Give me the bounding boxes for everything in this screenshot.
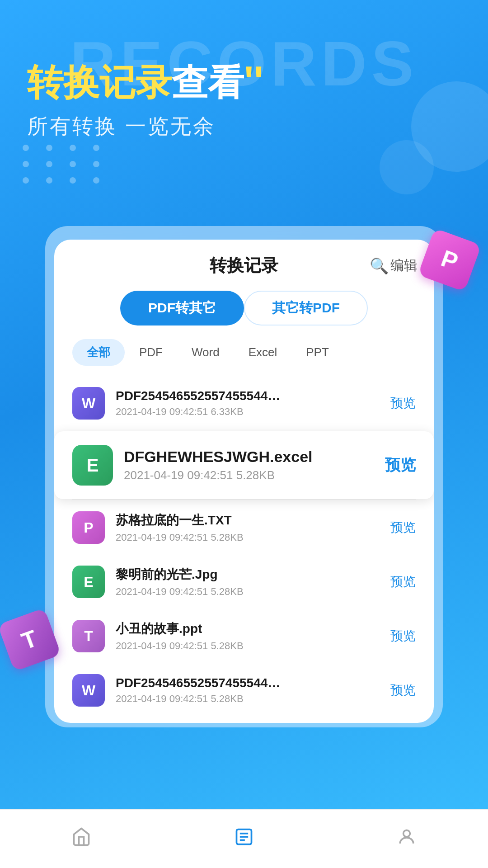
header-area: 转换记录查看'' 所有转换 一览无余 xyxy=(27,59,263,141)
file-info-4: 黎明前的光芒.Jpg 2021-04-19 09:42:51 5.28KB xyxy=(116,566,390,598)
dot-grid xyxy=(23,145,107,184)
filter-ppt[interactable]: PPT xyxy=(291,340,343,365)
filter-row: 全部 PDF Word Excel PPT xyxy=(54,335,434,375)
title-yellow: 转换记录 xyxy=(27,62,172,103)
file-item-4[interactable]: E 黎明前的光芒.Jpg 2021-04-19 09:42:51 5.28KB … xyxy=(59,556,429,608)
file-list: W PDF254546552557455544… 2021-04-19 09:4… xyxy=(54,377,434,717)
header-subtitle: 所有转换 一览无余 xyxy=(27,113,263,141)
card-title: 转换记录 xyxy=(210,254,278,277)
nav-profile[interactable] xyxy=(379,822,435,856)
preview-btn-5[interactable]: 预览 xyxy=(390,627,416,645)
file-meta-1: 2021-04-19 09:42:51 6.33KB xyxy=(116,406,390,418)
preview-btn-6[interactable]: 预览 xyxy=(390,682,416,699)
title-white: 查看 xyxy=(172,62,244,103)
file-name-5: 小丑的故事.ppt xyxy=(116,620,390,637)
preview-btn-4[interactable]: 预览 xyxy=(390,573,416,590)
file-info-1: PDF254546552557455544… 2021-04-19 09:42:… xyxy=(116,389,390,418)
deco-circle-2 xyxy=(380,140,434,194)
card-inner: 转换记录 🔍 编辑 PDF转其它 其它转PDF 全部 PDF Word Exce… xyxy=(54,240,434,723)
file-icon-word-6: W xyxy=(72,674,105,707)
quote-mark: '' xyxy=(244,58,263,104)
file-item-3[interactable]: P 苏格拉底的一生.TXT 2021-04-19 09:42:51 5.28KB… xyxy=(59,501,429,554)
file-meta-4: 2021-04-19 09:42:51 5.28KB xyxy=(116,586,390,598)
phone-card: 转换记录 🔍 编辑 PDF转其它 其它转PDF 全部 PDF Word Exce… xyxy=(45,226,443,727)
bottom-nav xyxy=(0,809,488,868)
file-icon-txt-3: P xyxy=(72,511,105,544)
records-icon xyxy=(234,827,254,851)
tab-other-to-pdf[interactable]: 其它转PDF xyxy=(244,291,368,326)
divider-top xyxy=(68,375,420,375)
file-meta-6: 2021-04-19 09:42:51 5.28KB xyxy=(116,693,390,705)
file-item-5[interactable]: T 小丑的故事.ppt 2021-04-19 09:42:51 5.28KB 预… xyxy=(59,610,429,662)
profile-icon xyxy=(397,827,417,851)
main-title: 转换记录查看'' xyxy=(27,59,263,104)
file-info-6: PDF254546552557455544… 2021-04-19 09:42:… xyxy=(116,676,390,705)
file-meta-2: 2021-04-19 09:42:51 5.28KB xyxy=(124,468,385,482)
divider-mid xyxy=(72,499,416,500)
file-name-2: DFGHEWHESJWGH.excel xyxy=(124,448,385,466)
file-meta-5: 2021-04-19 09:42:51 5.28KB xyxy=(116,640,390,652)
file-item-6[interactable]: W PDF254546552557455544… 2021-04-19 09:4… xyxy=(59,664,429,717)
home-icon xyxy=(71,827,91,851)
file-name-4: 黎明前的光芒.Jpg xyxy=(116,566,390,583)
file-info-3: 苏格拉底的一生.TXT 2021-04-19 09:42:51 5.28KB xyxy=(116,512,390,543)
nav-records[interactable] xyxy=(216,822,272,856)
file-meta-3: 2021-04-19 09:42:51 5.28KB xyxy=(116,532,390,543)
card-edit-button[interactable]: 编辑 xyxy=(390,256,418,275)
card-search-icon[interactable]: 🔍 xyxy=(370,257,389,275)
filter-word[interactable]: Word xyxy=(177,340,234,365)
file-info-5: 小丑的故事.ppt 2021-04-19 09:42:51 5.28KB xyxy=(116,620,390,652)
tab-row: PDF转其它 其它转PDF xyxy=(54,286,434,335)
file-name-6: PDF254546552557455544… xyxy=(116,676,390,690)
filter-pdf[interactable]: PDF xyxy=(125,340,177,365)
file-icon-jpg-4: E xyxy=(72,566,105,598)
filter-all[interactable]: 全部 xyxy=(72,339,125,366)
file-icon-excel-2: E xyxy=(72,445,113,486)
file-icon-ppt-5: T xyxy=(72,620,105,652)
preview-btn-1[interactable]: 预览 xyxy=(390,395,416,412)
preview-btn-2[interactable]: 预览 xyxy=(385,455,416,476)
phone-card-wrap: 转换记录 🔍 编辑 PDF转其它 其它转PDF 全部 PDF Word Exce… xyxy=(45,226,443,727)
file-info-2: DFGHEWHESJWGH.excel 2021-04-19 09:42:51 … xyxy=(124,448,385,482)
file-name-3: 苏格拉底的一生.TXT xyxy=(116,512,390,529)
file-item-2[interactable]: E DFGHEWHESJWGH.excel 2021-04-19 09:42:5… xyxy=(54,431,434,499)
svg-point-4 xyxy=(404,830,410,837)
preview-btn-3[interactable]: 预览 xyxy=(390,519,416,536)
file-name-1: PDF254546552557455544… xyxy=(116,389,390,403)
filter-excel[interactable]: Excel xyxy=(234,340,292,365)
nav-home[interactable] xyxy=(53,822,109,856)
file-icon-word-1: W xyxy=(72,387,105,420)
file-item-1[interactable]: W PDF254546552557455544… 2021-04-19 09:4… xyxy=(59,377,429,429)
tab-pdf-to-other[interactable]: PDF转其它 xyxy=(120,291,244,326)
card-header: 转换记录 🔍 编辑 xyxy=(54,240,434,286)
